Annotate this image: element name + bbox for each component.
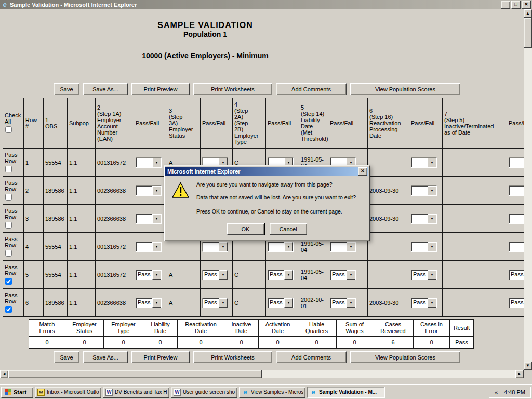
dropdown-arrow-icon: ▼ xyxy=(428,270,436,280)
page-title: SAMPLE VALIDATION xyxy=(0,21,410,30)
save-as-button[interactable]: Save As... xyxy=(83,351,128,363)
add-comments-button[interactable]: Add Comments xyxy=(276,351,347,363)
dialog-close-icon[interactable]: ✕ xyxy=(358,167,367,176)
col-subpop: Subpop xyxy=(68,98,96,149)
dropdown-arrow-icon: ▼ xyxy=(347,242,355,251)
start-button[interactable]: Start xyxy=(1,387,33,398)
ie-window: e Sample Validation - Microsoft Internet… xyxy=(0,0,532,399)
row-number-cell: 2 xyxy=(24,177,44,205)
horizontal-scroll-thumb[interactable] xyxy=(8,370,262,378)
pass-row-checkbox[interactable] xyxy=(5,306,12,313)
dropdown-arrow-icon: ▼ xyxy=(284,242,293,251)
pass-fail-select[interactable]: Pass▼ xyxy=(136,270,162,280)
word-icon: W xyxy=(174,389,181,396)
col-ean: 2 (Step 1A) Employer Account Number (EAN… xyxy=(96,98,134,149)
taskbar-item-word-doc-2[interactable]: W User guide screen shots ... xyxy=(171,387,237,398)
save-button[interactable]: Save xyxy=(54,351,79,363)
view-population-scores-button[interactable]: View Population Scores xyxy=(350,83,460,95)
summary-col-employer-status: Employer Status xyxy=(65,320,104,337)
ie-icon: e xyxy=(310,389,317,396)
inactive-date-cell xyxy=(443,289,507,317)
print-worksheets-button[interactable]: Print Worksheets xyxy=(193,351,272,363)
col-row-number: Row # xyxy=(24,98,44,149)
pass-row-checkbox[interactable] xyxy=(5,222,12,229)
pass-fail-select[interactable]: ▼ xyxy=(411,157,437,168)
subpop-cell: 1.1 xyxy=(68,289,96,317)
pass-fail-select[interactable]: Pass▼ xyxy=(411,270,437,280)
window-titlebar[interactable]: e Sample Validation - Microsoft Internet… xyxy=(0,0,532,9)
check-all-label: Check All xyxy=(5,112,22,125)
pass-fail-select[interactable]: Pass▼ xyxy=(330,298,356,308)
obs-cell: 189586 xyxy=(44,177,68,205)
view-population-scores-button[interactable]: View Population Scores xyxy=(350,351,460,363)
cancel-button[interactable]: Cancel xyxy=(270,223,307,235)
pass-fail-select[interactable]: Pass▼ xyxy=(509,270,524,280)
pass-fail-select[interactable]: Pass▼ xyxy=(330,270,356,280)
summary-col-cases-reviewed: Cases Reviewed xyxy=(373,320,414,337)
summary-value-row: 0 0 0 0 0 0 0 0 0 6 0 Pass xyxy=(29,337,474,349)
reactivation-date-cell: 2003-09-30 xyxy=(368,205,409,233)
pass-row-checkbox[interactable] xyxy=(5,194,12,201)
pass-fail-select[interactable]: ▼ xyxy=(136,214,162,224)
pass-fail-select[interactable]: Pass▼ xyxy=(268,298,294,308)
row-number-cell: 6 xyxy=(24,289,44,317)
pass-fail-select[interactable]: ▼ xyxy=(136,157,162,168)
dialog-body: Are you sure you want to navigate away f… xyxy=(164,177,369,240)
scroll-down-icon[interactable]: ▼ xyxy=(524,362,532,370)
obs-cell: 55554 xyxy=(44,233,68,261)
outlook-icon: ✉ xyxy=(37,389,45,396)
summary-value: 0 xyxy=(29,337,65,349)
scrollbar-corner xyxy=(524,370,532,378)
pass-fail-select[interactable]: ▼ xyxy=(509,214,524,224)
pass-fail-select[interactable]: ▼ xyxy=(411,242,437,252)
pass-row-label: Pass Row xyxy=(5,208,22,220)
pass-fail-select[interactable]: Pass▼ xyxy=(202,270,228,280)
pass-fail-select[interactable]: Pass▼ xyxy=(202,298,228,308)
scroll-left-icon[interactable]: ◄ xyxy=(0,370,8,378)
col-pass-fail-1: Pass/Fail xyxy=(134,98,167,149)
maximize-button[interactable]: □ xyxy=(511,1,521,9)
ie-icon: e xyxy=(242,389,249,396)
minimize-button[interactable]: _ xyxy=(501,1,510,9)
col-pass-fail-6: Pass/Fail xyxy=(507,98,524,149)
pass-fail-select[interactable]: ▼ xyxy=(202,242,228,252)
taskbar-item-sample-validation[interactable]: e Sample Validation - M... xyxy=(307,387,385,398)
taskbar-item-view-samples[interactable]: e View Samples - Microsoft... xyxy=(239,387,305,398)
pass-fail-select[interactable]: ▼ xyxy=(136,185,162,196)
pass-fail-select[interactable]: Pass▼ xyxy=(136,298,162,308)
pass-fail-select[interactable]: ▼ xyxy=(330,242,356,252)
close-button[interactable]: ✕ xyxy=(522,1,531,9)
pass-fail-select[interactable]: ▼ xyxy=(136,242,162,252)
pass-row-checkbox[interactable] xyxy=(5,278,12,285)
pass-fail-select[interactable]: Pass▼ xyxy=(268,270,294,280)
scroll-right-icon[interactable]: ► xyxy=(515,370,524,378)
save-as-button[interactable]: Save As... xyxy=(83,83,128,95)
taskbar-item-word-doc-1[interactable]: W DV Benefits and Tax Han... xyxy=(103,387,169,398)
save-button[interactable]: Save xyxy=(54,83,79,95)
pass-fail-select[interactable]: ▼ xyxy=(509,242,524,252)
pass-fail-select[interactable]: Pass▼ xyxy=(411,298,437,308)
ok-button[interactable]: OK xyxy=(227,223,264,235)
tray-chevron-icon[interactable]: « xyxy=(495,389,498,395)
print-worksheets-button[interactable]: Print Worksheets xyxy=(193,83,272,95)
print-preview-button[interactable]: Print Preview xyxy=(131,351,190,363)
pass-fail-select[interactable]: ▼ xyxy=(268,242,294,252)
pass-fail-select[interactable]: ▼ xyxy=(509,157,524,168)
vertical-scrollbar[interactable]: ▲ ▼ xyxy=(524,9,532,370)
summary-col-liability-date: Liability Date xyxy=(143,320,178,337)
print-preview-button[interactable]: Print Preview xyxy=(131,83,190,95)
horizontal-scrollbar[interactable]: ◄ ► xyxy=(0,370,524,378)
pass-fail-select[interactable]: ▼ xyxy=(411,185,437,196)
check-all-checkbox[interactable] xyxy=(5,126,12,133)
vertical-scroll-thumb[interactable] xyxy=(524,18,532,48)
taskbar-item-outlook[interactable]: ✉ Inbox - Microsoft Outlook xyxy=(35,387,101,398)
add-comments-button[interactable]: Add Comments xyxy=(276,83,347,95)
pass-row-checkbox[interactable] xyxy=(5,166,12,172)
pass-fail-select[interactable]: ▼ xyxy=(411,214,437,224)
scroll-up-icon[interactable]: ▲ xyxy=(524,9,532,18)
dialog-titlebar[interactable]: Microsoft Internet Explorer ✕ xyxy=(165,167,368,176)
pass-fail-select[interactable]: ▼ xyxy=(509,185,524,196)
system-tray: « 4:48 PM xyxy=(489,387,531,398)
pass-fail-select[interactable]: Pass▼ xyxy=(509,298,524,308)
pass-row-checkbox[interactable] xyxy=(5,250,12,257)
